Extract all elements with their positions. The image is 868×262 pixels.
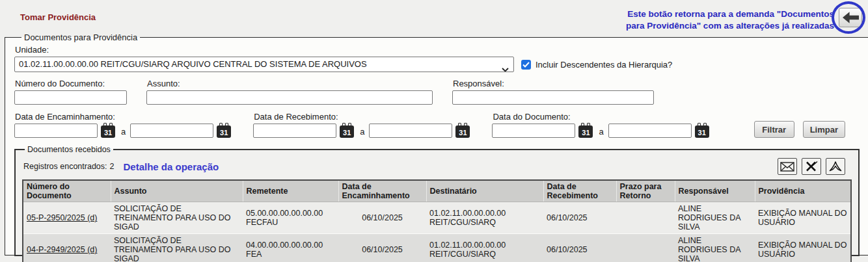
cell-responsavel: ALINE RODRIGUES DA SILVA (675, 202, 755, 234)
filter-fieldset-legend: Documentos para Providência (21, 33, 140, 42)
calendar-icon[interactable]: 31 (340, 125, 354, 138)
results-fieldset-legend: Documentos recebidos (25, 145, 113, 154)
data-encaminhamento-to-input[interactable] (130, 124, 213, 138)
email-icon (780, 162, 794, 172)
records-found-value: 2 (110, 162, 115, 171)
data-documento-to-input[interactable] (608, 124, 692, 138)
calendar-icon[interactable]: 31 (695, 125, 709, 138)
back-button[interactable] (839, 8, 862, 27)
col-header-numero-documento: Número do Documento (23, 180, 111, 202)
cell-data-recebimento: 06/10/2025 (543, 202, 616, 234)
calendar-day-text: 31 (698, 128, 706, 138)
calendar-day-text: 31 (459, 128, 467, 138)
results-fieldset: Documentos recebidos Registros encontrad… (14, 145, 860, 256)
calendar-icon[interactable]: 31 (578, 125, 593, 138)
responsavel-label: Responsável: (453, 79, 654, 88)
cell-data-encaminhamento: 06/10/2025 (338, 202, 426, 234)
export-pdf-button[interactable] (826, 158, 845, 175)
cell-destinatario: 01.02.11.00.00.00.00 REIT/CGU/SIARQ (426, 234, 543, 262)
cell-assunto: SOLICITAÇÃO DE TREINAMENTO PARA USO DO S… (111, 234, 243, 262)
col-header-assunto: Assunto (111, 180, 243, 202)
calendar-day-text: 31 (104, 128, 112, 138)
filtrar-button[interactable]: Filtrar (754, 121, 794, 138)
calendar-icon[interactable]: 31 (455, 125, 470, 138)
date-range-separator: a (599, 125, 603, 137)
data-recebimento-to-input[interactable] (369, 124, 452, 138)
operation-detail-link[interactable]: Detalhe da operação (124, 161, 219, 172)
numero-documento-label: Número do Documento: (15, 79, 127, 88)
export-excel-button[interactable] (802, 158, 821, 175)
cell-remetente: 05.00.00.00.00.00.00 FECFAU (243, 202, 338, 234)
cell-responsavel: ALINE RODRIGUES DA SILVA (675, 234, 755, 262)
records-found: Registros encontrados:2 (23, 162, 115, 171)
filter-fieldset: Documentos para Providência Unidade: 01.… (5, 33, 868, 255)
col-header-data-recebimento: Data de Recebimento (543, 180, 616, 202)
table-row: 05-P-2950/2025 (d) SOLICITAÇÃO DE TREINA… (23, 202, 851, 234)
table-row: 04-P-2949/2025 (d) SOLICITAÇÃO DE TREINA… (23, 234, 851, 262)
data-documento-label: Data do Documento: (493, 112, 709, 122)
cell-destinatario: 01.02.11.00.00.00.00 REIT/CGU/SIARQ (426, 202, 543, 234)
cell-data-encaminhamento: 06/10/2025 (338, 234, 426, 262)
calendar-icon[interactable]: 31 (101, 125, 115, 138)
data-documento-from-input[interactable] (492, 124, 575, 138)
page-title: Tomar Providência (20, 12, 96, 22)
cell-data-recebimento: 06/10/2025 (543, 234, 616, 262)
records-found-label: Registros encontrados: (23, 162, 107, 171)
calendar-icon[interactable]: 31 (217, 125, 231, 138)
data-encaminhamento-label: Data de Encaminhamento: (15, 112, 231, 122)
col-header-data-encaminhamento: Data de Encaminhamento (338, 180, 426, 202)
left-arrow-icon (843, 12, 859, 23)
limpar-button[interactable]: Limpar (803, 121, 845, 138)
data-recebimento-from-input[interactable] (253, 124, 336, 138)
cell-prazo-retorno (616, 202, 675, 234)
numero-documento-input[interactable] (14, 90, 127, 105)
cell-assunto: SOLICITAÇÃO DE TREINAMENTO PARA USO DO S… (111, 202, 243, 234)
cell-providencia: EXIBIÇÃO MANUAL DO USUÁRIO (755, 234, 851, 262)
col-header-destinatario: Destinatário (426, 180, 543, 202)
calendar-day-text: 31 (582, 128, 590, 138)
assunto-input[interactable] (146, 90, 433, 105)
cell-prazo-retorno (616, 234, 675, 262)
back-hint-line-1: Este botão retorna para a demanda "Docum… (554, 8, 834, 20)
back-button-hint: Este botão retorna para a demanda "Docum… (554, 8, 834, 31)
col-header-remetente: Remetente (243, 180, 338, 202)
document-number-link[interactable]: 04-P-2949/2025 (d) (27, 245, 97, 254)
col-header-responsavel: Responsável (675, 180, 755, 202)
document-number-link[interactable]: 05-P-2950/2025 (d) (27, 213, 97, 222)
cell-providencia: EXIBIÇÃO MANUAL DO USUÁRIO (755, 202, 851, 234)
table-header-row: Número do Documento Assunto Remetente Da… (23, 180, 851, 202)
tomar-providencia-page: Tomar Providência Este botão retorna par… (0, 0, 868, 262)
col-header-prazo-retorno: Prazo para Retorno (616, 180, 675, 202)
responsavel-input[interactable] (452, 90, 654, 105)
excel-export-icon (805, 161, 818, 172)
unidade-label: Unidade: (15, 45, 860, 55)
date-range-separator: a (121, 125, 126, 137)
checkmark-icon (522, 62, 530, 68)
include-descendants-label: Incluir Descendentes da Hierarquia? (536, 60, 672, 70)
documents-table: Número do Documento Assunto Remetente Da… (22, 179, 852, 262)
unidade-select-value: 01.02.11.00.00.00.00 REIT/CGU/SIARQ ARQU… (19, 59, 367, 69)
data-recebimento-label: Data de Recebimento: (254, 112, 470, 122)
chevron-down-icon (502, 62, 509, 72)
calendar-day-text: 31 (343, 128, 351, 138)
include-descendants-checkbox[interactable] (521, 60, 531, 70)
col-header-providencia: Providência (755, 180, 851, 202)
assunto-label: Assunto: (147, 79, 433, 88)
date-range-separator: a (360, 125, 364, 137)
back-hint-line-2: para Providência" com as alterações já r… (554, 20, 834, 32)
pdf-export-icon (829, 161, 842, 172)
calendar-day-text: 31 (220, 128, 228, 138)
unidade-select[interactable]: 01.02.11.00.00.00.00 REIT/CGU/SIARQ ARQU… (14, 57, 514, 72)
data-encaminhamento-from-input[interactable] (14, 124, 98, 138)
send-email-button[interactable] (778, 158, 797, 175)
cell-remetente: 04.00.00.00.00.00.00 FEA (243, 234, 338, 262)
